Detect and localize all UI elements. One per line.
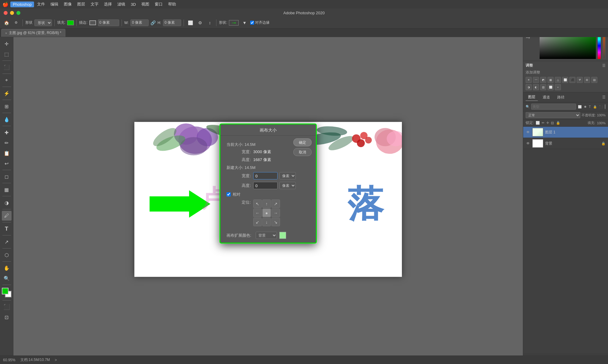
anchor-bottom-center[interactable]: ↓ — [262, 218, 271, 226]
history-brush[interactable]: ↩ — [2, 159, 12, 168]
anchor-middle-left[interactable]: ← — [253, 209, 262, 217]
gradient-tool[interactable]: ▦ — [2, 185, 12, 194]
layer-bg-visibility[interactable]: 👁 — [526, 141, 530, 146]
menu-edit[interactable]: 编辑 — [48, 1, 61, 8]
tool-options-button[interactable]: ⚙ — [12, 19, 20, 27]
fill-color-swatch[interactable] — [67, 20, 74, 25]
document-tab[interactable]: × 主图.jpg @ 61% (背景, RGB/8) * — [1, 29, 65, 37]
maximize-button[interactable] — [16, 11, 20, 15]
menu-image[interactable]: 图像 — [61, 1, 74, 8]
menu-window[interactable]: 窗口 — [152, 1, 165, 8]
curves-icon[interactable]: 〰 — [533, 77, 539, 83]
stroke-color-swatch[interactable] — [89, 20, 96, 25]
layer-filter-locked[interactable]: 🔒 — [592, 105, 597, 109]
marquee-tool[interactable]: ⬛ — [2, 62, 12, 72]
adjustment-menu-button[interactable]: ☰ — [602, 64, 606, 68]
align-button[interactable]: ⬜ — [186, 19, 194, 27]
tab-paths[interactable]: 路径 — [555, 94, 567, 101]
screen-mode-button[interactable]: ⊡ — [2, 312, 12, 322]
canvas-ext-color-swatch[interactable] — [279, 232, 286, 239]
exposure-icon[interactable]: ◩ — [540, 77, 546, 83]
anchor-top-center[interactable]: ↑ — [262, 200, 271, 208]
doc-tab-close[interactable]: × — [5, 31, 7, 35]
menu-view[interactable]: 视图 — [139, 1, 152, 8]
lock-transparent-icon[interactable]: ⬜ — [536, 121, 540, 125]
gradient-map-icon[interactable]: ⬜ — [548, 84, 554, 90]
invert-icon[interactable]: ◑ — [526, 84, 532, 90]
pen-tool[interactable]: 🖊 — [2, 211, 12, 221]
menu-file[interactable]: 文件 — [35, 1, 47, 8]
color-balance-icon[interactable]: ⬜ — [562, 77, 568, 83]
crop-tool[interactable]: ⊞ — [2, 101, 12, 111]
zoom-tool[interactable]: 🔍 — [2, 273, 12, 283]
layer-filter-text[interactable]: T — [588, 105, 591, 109]
anchor-top-right[interactable]: ↗ — [271, 200, 280, 208]
lock-artboard-icon[interactable]: ⛝ — [551, 121, 554, 125]
vibrance-icon[interactable]: ▦ — [548, 77, 554, 83]
shape-type-select[interactable]: 形状 — [34, 19, 52, 26]
lock-all-icon[interactable]: 🔒 — [556, 121, 560, 125]
new-height-unit-select[interactable]: 像素 厘米 英寸 — [279, 182, 296, 189]
threshold-icon[interactable]: ▧ — [540, 84, 546, 90]
artboard-tool[interactable]: ⬚ — [2, 49, 12, 59]
lock-position-icon[interactable]: ✛ — [546, 121, 549, 125]
clone-tool[interactable]: 📋 — [2, 148, 12, 158]
new-width-input[interactable] — [253, 172, 278, 180]
ok-button[interactable]: 确定 — [293, 139, 312, 146]
healing-tool[interactable]: ✚ — [2, 128, 12, 137]
arrange-button[interactable]: ↕ — [206, 19, 214, 27]
shape-preview[interactable]: → — [229, 20, 239, 26]
quick-mask-button[interactable]: ⬛ — [2, 302, 12, 312]
tab-layers[interactable]: 图层 — [526, 94, 538, 101]
cancel-button[interactable]: 取消 — [293, 148, 312, 156]
brush-tool[interactable]: ✏ — [2, 138, 12, 148]
blend-mode-select[interactable]: 正常 — [526, 112, 580, 118]
shape-tool[interactable]: ⬡ — [2, 250, 12, 260]
canvas-ext-color-select[interactable]: 背景 白色 黑色 — [256, 232, 277, 239]
photo-filter-icon[interactable]: ⧩ — [577, 77, 583, 83]
menu-text[interactable]: 文字 — [88, 1, 101, 8]
fg-bg-color-picker[interactable] — [2, 288, 12, 297]
tab-channels[interactable]: 通道 — [540, 94, 552, 101]
menu-layer[interactable]: 图层 — [75, 1, 88, 8]
foreground-color[interactable] — [2, 288, 9, 294]
home-button[interactable]: 🏠 — [2, 19, 10, 27]
anchor-middle-right[interactable]: → — [271, 209, 280, 217]
anchor-top-left[interactable]: ↖ — [253, 200, 262, 208]
height-input[interactable] — [163, 19, 181, 26]
anchor-bottom-right[interactable]: ↘ — [271, 218, 280, 226]
menu-filter[interactable]: 滤镜 — [115, 1, 128, 8]
anchor-center[interactable]: ● — [262, 209, 271, 217]
new-width-unit-select[interactable]: 像素 厘米 英寸 — [279, 172, 296, 180]
shape-options-button[interactable]: ▼ — [240, 19, 248, 27]
menu-photoshop[interactable]: Photoshop — [10, 2, 34, 7]
link-wh-button[interactable]: 🔗 — [150, 20, 156, 25]
layers-panel-menu[interactable]: ☰ — [602, 95, 606, 99]
layer-item-background[interactable]: 👁 背景 🔒 — [523, 138, 608, 149]
color-lookup-icon[interactable]: ▤ — [591, 77, 597, 83]
eyedropper-tool[interactable]: 💧 — [2, 115, 12, 124]
minimize-button[interactable] — [10, 11, 14, 15]
eraser-tool[interactable]: ◻ — [2, 172, 12, 181]
layer-filter-selected[interactable]: ⬛ — [599, 105, 603, 109]
menu-select[interactable]: 选择 — [102, 1, 114, 8]
brightness-icon[interactable]: ☀ — [526, 77, 532, 83]
layer-filter-fx[interactable]: ✱ — [583, 105, 587, 109]
quick-select-tool[interactable]: ⚡ — [2, 88, 12, 98]
hand-tool[interactable]: ✋ — [2, 263, 12, 273]
snap-checkbox[interactable] — [250, 21, 254, 25]
layer-1-visibility[interactable]: 👁 — [526, 130, 530, 135]
lock-pixels-icon[interactable]: ✏ — [542, 121, 544, 125]
relative-checkbox[interactable] — [226, 192, 231, 197]
anchor-bottom-left[interactable]: ↙ — [253, 218, 262, 226]
hue-saturation-icon[interactable]: △ — [555, 77, 561, 83]
layer-item-1[interactable]: 👁 图层 1 — [523, 127, 608, 138]
close-button[interactable] — [4, 11, 8, 15]
new-height-input[interactable] — [253, 182, 278, 189]
menu-help[interactable]: 帮助 — [166, 1, 178, 8]
selective-color-icon[interactable]: ▪ — [555, 84, 561, 90]
move-tool[interactable]: ✛ — [2, 39, 12, 49]
channel-mixer-icon[interactable]: ⊞ — [584, 77, 590, 83]
status-arrow[interactable]: > — [55, 358, 57, 362]
apple-logo[interactable]: 🍎 — [2, 1, 9, 7]
